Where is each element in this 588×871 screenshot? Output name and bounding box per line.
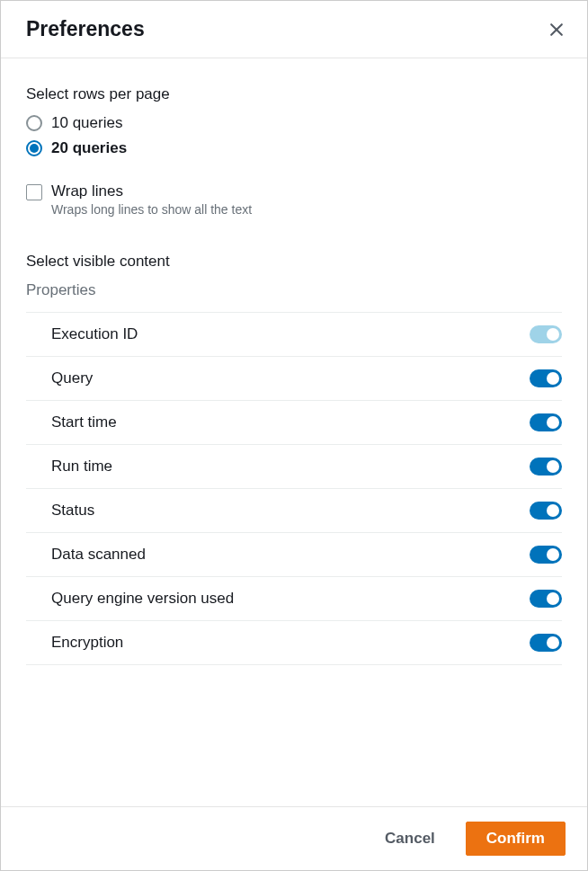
properties-list: Execution ID Query Start time Run time S… <box>26 312 562 665</box>
property-row-query: Query <box>26 357 562 401</box>
property-label: Run time <box>51 458 112 475</box>
property-toggle-query[interactable] <box>530 369 562 387</box>
close-button[interactable] <box>548 21 566 39</box>
property-label: Execution ID <box>51 325 138 343</box>
property-row-encryption: Encryption <box>26 621 562 665</box>
modal-footer: Cancel Confirm <box>1 806 587 870</box>
wrap-lines-text: Wrap lines Wraps long lines to show all … <box>51 182 252 217</box>
property-label: Start time <box>51 413 117 431</box>
radio-icon <box>26 115 42 131</box>
property-label: Data scanned <box>51 546 146 564</box>
radio-icon <box>26 140 42 156</box>
wrap-lines-description: Wraps long lines to show all the text <box>51 202 252 217</box>
radio-label: 20 queries <box>51 139 127 157</box>
radio-option-20[interactable]: 20 queries <box>26 139 562 157</box>
cancel-button[interactable]: Cancel <box>365 822 455 856</box>
rows-per-page-group: 10 queries 20 queries <box>26 114 562 157</box>
property-row-start-time: Start time <box>26 401 562 445</box>
properties-heading: Properties <box>26 281 562 299</box>
property-row-status: Status <box>26 489 562 533</box>
property-label: Query <box>51 369 93 387</box>
visible-content-label: Select visible content <box>26 253 562 271</box>
property-toggle-encryption[interactable] <box>530 634 562 652</box>
property-toggle-data-scanned[interactable] <box>530 546 562 564</box>
property-toggle-execution-id <box>530 325 562 343</box>
wrap-lines-option: Wrap lines Wraps long lines to show all … <box>26 182 562 217</box>
property-label: Query engine version used <box>51 590 234 608</box>
modal-header: Preferences <box>1 1 587 58</box>
wrap-lines-label[interactable]: Wrap lines <box>51 182 252 200</box>
property-row-run-time: Run time <box>26 445 562 489</box>
radio-label: 10 queries <box>51 114 122 132</box>
property-row-query-engine: Query engine version used <box>26 577 562 621</box>
rows-per-page-label: Select rows per page <box>26 85 562 103</box>
modal-body: Select rows per page 10 queries 20 queri… <box>1 58 587 806</box>
modal-title: Preferences <box>26 17 145 41</box>
close-icon <box>548 21 566 39</box>
property-label: Status <box>51 502 94 520</box>
property-toggle-start-time[interactable] <box>530 413 562 431</box>
property-label: Encryption <box>51 634 123 652</box>
property-toggle-query-engine[interactable] <box>530 590 562 608</box>
property-toggle-run-time[interactable] <box>530 458 562 475</box>
property-toggle-status[interactable] <box>530 502 562 520</box>
wrap-lines-checkbox[interactable] <box>26 184 42 200</box>
confirm-button[interactable]: Confirm <box>466 822 566 856</box>
radio-option-10[interactable]: 10 queries <box>26 114 562 132</box>
property-row-data-scanned: Data scanned <box>26 533 562 577</box>
property-row-execution-id: Execution ID <box>26 313 562 357</box>
